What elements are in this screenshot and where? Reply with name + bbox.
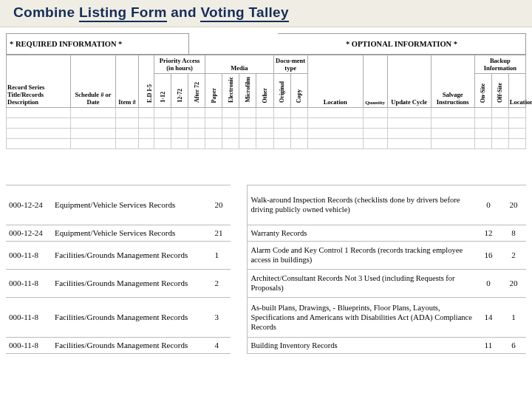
tally-item-num: 21 [211, 225, 231, 241]
tally-id: 000-11-8 [6, 297, 52, 337]
col-onsite: On-Site [474, 74, 491, 108]
title-underline-1: Listing Form [79, 4, 167, 22]
tally-id: 000-11-8 [6, 337, 52, 353]
blank-row [7, 107, 526, 117]
listing-form-body [7, 107, 526, 149]
tally-description: Warranty Records [248, 225, 476, 241]
col-location: Location [307, 55, 363, 108]
tally-gap [231, 269, 248, 297]
tally-item-num: 1 [211, 241, 231, 269]
tally-vote-1: 0 [476, 185, 501, 225]
page-title: Combine Listing Form and Voting Talley [13, 4, 519, 21]
colgroup-backup: Backup Information [474, 55, 525, 74]
tally-item-num: 2 [211, 269, 231, 297]
col-1-12: 1-12 [154, 74, 171, 108]
title-mid: and [167, 4, 201, 20]
tally-item-num: 3 [211, 297, 231, 337]
tally-description: Building Inventory Records [248, 337, 476, 353]
tally-row: 000-12-24Equipment/Vehicle Services Reco… [6, 225, 526, 241]
blank-row [7, 138, 526, 149]
tally-vote-1: 0 [476, 269, 501, 297]
tally-record-name: Facilities/Grounds Management Records [52, 297, 211, 337]
colgroup-doctype: Docu-ment type [273, 55, 307, 74]
tally-record-name: Equipment/Vehicle Services Records [52, 225, 211, 241]
col-quantity: Quantity [363, 55, 387, 108]
tally-vote-2: 20 [501, 269, 526, 297]
tally-record-name: Facilities/Grounds Management Records [52, 241, 211, 269]
tally-row: 000-11-8Facilities/Grounds Management Re… [6, 337, 526, 353]
tally-id: 000-12-24 [6, 185, 52, 225]
colgroup-media: Media [205, 55, 273, 74]
tally-description: As-built Plans, Drawings, - Blueprints, … [248, 297, 476, 337]
col-item: Item # [116, 55, 139, 108]
voting-tally-sheet: 000-12-24Equipment/Vehicle Services Reco… [6, 185, 526, 354]
col-paper: Paper [205, 74, 222, 108]
tally-description: Architect/Consultant Records Not 3 Used … [248, 269, 476, 297]
tally-vote-2: 6 [501, 337, 526, 353]
tally-row: 000-12-24Equipment/Vehicle Services Reco… [6, 185, 526, 225]
blank-row [7, 128, 526, 138]
col-offsite: Off-Site [491, 74, 508, 108]
col-schedule: Schedule # or Date [71, 55, 116, 108]
tally-gap [231, 185, 248, 225]
col-description: Record Series Title/Records Description [7, 55, 71, 108]
col-12-72: 12-72 [171, 74, 188, 108]
tally-table: 000-12-24Equipment/Vehicle Services Reco… [6, 185, 526, 354]
title-bar: Combine Listing Form and Voting Talley [0, 0, 532, 27]
tally-item-num: 20 [211, 185, 231, 225]
tally-gap [231, 241, 248, 269]
tally-id: 000-11-8 [6, 269, 52, 297]
col-backup-location: Location [508, 74, 525, 108]
tally-record-name: Facilities/Grounds Management Records [52, 337, 211, 353]
title-underline-2: Voting Talley [200, 4, 288, 22]
col-edi: E.D I-5 [139, 55, 154, 108]
tally-vote-2: 20 [501, 185, 526, 225]
tally-description: Walk-around Inspection Records (checklis… [248, 185, 476, 225]
col-copy: Copy [290, 74, 307, 108]
required-banner: * REQUIRED INFORMATION * [6, 33, 189, 55]
tally-vote-2: 1 [501, 297, 526, 337]
col-after-72: After 72 [188, 74, 205, 108]
colgroup-priority: Priority Access (in hours) [154, 55, 205, 74]
tally-id: 000-11-8 [6, 241, 52, 269]
tally-gap [231, 225, 248, 241]
tally-record-name: Equipment/Vehicle Services Records [52, 185, 211, 225]
title-pre: Combine [13, 4, 79, 20]
tally-vote-2: 2 [501, 241, 526, 269]
tally-id: 000-12-24 [6, 225, 52, 241]
col-microfilm: Microfilm [239, 74, 256, 108]
tally-row: 000-11-8Facilities/Grounds Management Re… [6, 269, 526, 297]
col-salvage: Salvage Instructions [431, 55, 474, 108]
tally-vote-1: 12 [476, 225, 501, 241]
tally-item-num: 4 [211, 337, 231, 353]
tally-row: 000-11-8Facilities/Grounds Management Re… [6, 241, 526, 269]
tally-vote-2: 8 [501, 225, 526, 241]
tally-gap [231, 297, 248, 337]
col-media-other: Other [256, 74, 273, 108]
blank-row [7, 117, 526, 128]
tally-vote-1: 16 [476, 241, 501, 269]
col-electronic: Electronic [222, 74, 239, 108]
tally-vote-1: 14 [476, 297, 501, 337]
tally-record-name: Facilities/Grounds Management Records [52, 269, 211, 297]
tally-gap [231, 337, 248, 353]
info-banner: * REQUIRED INFORMATION * * OPTIONAL INFO… [6, 33, 526, 55]
optional-banner: * OPTIONAL INFORMATION * [278, 33, 526, 55]
listing-form-sheet: * REQUIRED INFORMATION * * OPTIONAL INFO… [6, 33, 526, 149]
col-original: Original [273, 74, 290, 108]
tally-description: Alarm Code and Key Control 1 Records (re… [248, 241, 476, 269]
tally-vote-1: 11 [476, 337, 501, 353]
col-update-cycle: Update Cycle [387, 55, 431, 108]
tally-row: 000-11-8Facilities/Grounds Management Re… [6, 297, 526, 337]
listing-form-table: Record Series Title/Records Description … [6, 55, 526, 149]
